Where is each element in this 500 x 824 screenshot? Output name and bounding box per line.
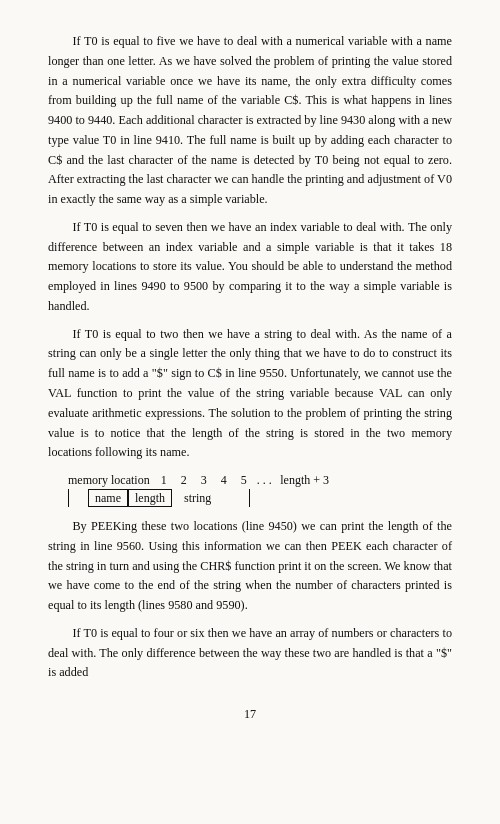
page-number: 17 [48, 707, 452, 722]
mem-num-1: 1 [154, 473, 174, 488]
mem-num-3: 3 [194, 473, 214, 488]
mem-ellipsis: . . . [257, 473, 272, 488]
paragraph-2: If T0 is equal to seven then we have an … [48, 218, 452, 317]
cell-length: length [128, 489, 172, 507]
memory-row-numbers: memory location 1 2 3 4 5 . . . length +… [68, 473, 335, 488]
memory-label: memory location [68, 473, 150, 488]
paragraph-1: If T0 is equal to five we have to deal w… [48, 32, 452, 210]
text-content: If T0 is equal to five we have to deal w… [48, 32, 452, 463]
mem-num-4: 4 [214, 473, 234, 488]
mem-length-plus-3: length + 3 [275, 473, 335, 488]
mem-num-2: 2 [174, 473, 194, 488]
paragraph-5: If T0 is equal to four or six then we ha… [48, 624, 452, 683]
text-content-2: By PEEKing these two locations (line 945… [48, 517, 452, 683]
memory-row-cells: name length string [68, 489, 250, 507]
paragraph-3: If T0 is equal to two then we have a str… [48, 325, 452, 463]
paragraph-4: By PEEKing these two locations (line 945… [48, 517, 452, 616]
cell-name: name [88, 489, 128, 507]
mem-num-5: 5 [234, 473, 254, 488]
cell-string-label: string [184, 491, 211, 506]
page: If T0 is equal to five we have to deal w… [0, 0, 500, 824]
memory-diagram: memory location 1 2 3 4 5 . . . length +… [48, 473, 452, 507]
